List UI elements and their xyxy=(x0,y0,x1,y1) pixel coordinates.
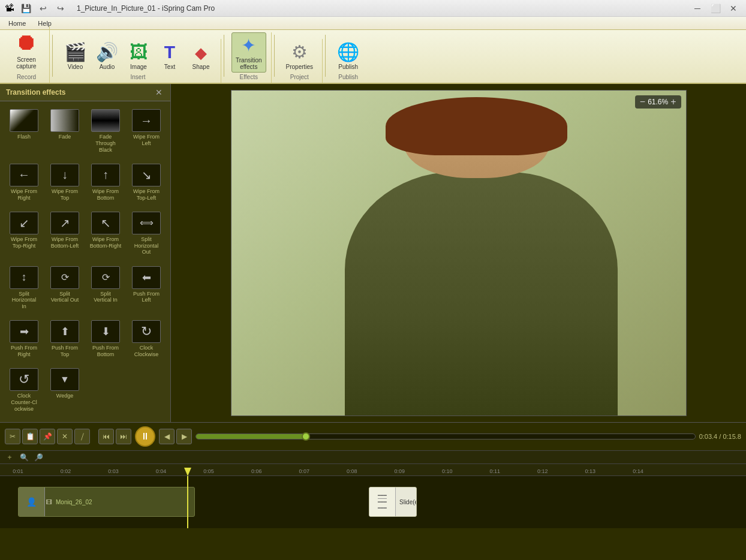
shape-btn[interactable]: ◆ Shape xyxy=(186,41,216,73)
text-label: Text xyxy=(164,64,175,70)
tl-add-btn[interactable]: + xyxy=(4,452,16,463)
title-bar: 📽 💾 ↩ ↪ 1_Picture_In_Picture_01 - iSprin… xyxy=(0,0,746,17)
effect-wipe-from-bottom-left[interactable]: Wipe FromBottom-Left xyxy=(46,209,84,261)
ribbon-group-publish: 🌐 Publish Publish xyxy=(328,39,368,83)
copy-btn[interactable]: 📋 xyxy=(22,429,38,444)
effect-wipe-from-left[interactable]: Wipe FromLeft xyxy=(127,106,166,158)
effect-split-vertical-in[interactable]: SplitVertical In xyxy=(86,263,125,315)
transport-nav: ⏮ ⏭ xyxy=(98,429,131,444)
effect-push-from-left[interactable]: Push FromLeft xyxy=(127,263,166,315)
publish-btn[interactable]: 🌐 Publish xyxy=(333,39,363,73)
effect-wipe-from-bottom[interactable]: Wipe FromBottom xyxy=(86,161,125,206)
effect-split-horizontal-in[interactable]: SplitHorizontalIn xyxy=(5,263,43,315)
clock-clockwise-label: ClockClockwise xyxy=(134,345,159,358)
publish-icon: 🌐 xyxy=(337,41,359,62)
effect-clock-counter-clockwise[interactable]: ClockCounter-Clockwise xyxy=(5,365,43,417)
effect-flash[interactable]: Flash xyxy=(5,106,43,158)
delete-btn[interactable]: ✕ xyxy=(57,429,73,444)
play-pause-btn[interactable]: ⏸ xyxy=(135,426,155,447)
zoom-in-btn[interactable]: + xyxy=(670,97,676,107)
person-hair xyxy=(386,97,567,156)
effect-clock-clockwise[interactable]: ClockClockwise xyxy=(127,317,166,363)
video-icon: 🎬 xyxy=(64,41,86,62)
ruler-8: 0:09 xyxy=(394,468,405,474)
close-btn[interactable]: ✕ xyxy=(726,3,741,14)
effect-wipe-from-top-right[interactable]: Wipe FromTop-Right xyxy=(5,209,43,261)
frame-nav: ◀ ▶ xyxy=(159,429,192,444)
edit-buttons: ✂ 📋 📌 ✕ ⧸ xyxy=(5,429,90,444)
clock-counter-clockwise-label: ClockCounter-Clockwise xyxy=(11,393,37,412)
ribbon-sep-2 xyxy=(224,35,224,77)
quick-undo-btn[interactable]: ↩ xyxy=(35,3,51,14)
effect-wipe-from-top[interactable]: Wipe FromTop xyxy=(46,161,84,206)
ruler-3: 0:04 xyxy=(156,468,167,474)
tl-zoom-in-btn[interactable]: 🔍 xyxy=(18,452,30,463)
transition-effects-icon: ✦ xyxy=(241,35,256,56)
wipe-from-top-left-label: Wipe FromTop-Left xyxy=(133,188,160,201)
content-row: Transition effects ✕ Flash Fade FadeThro… xyxy=(0,84,746,422)
transport-bar: ✂ 📋 📌 ✕ ⧸ ⏮ ⏭ ⏸ ◀ ▶ 0:03.4 / 0:15.8 xyxy=(0,422,746,450)
push-from-top-label: Push FromTop xyxy=(52,345,78,358)
paste-btn[interactable]: 📌 xyxy=(40,429,55,444)
screen-capture-btn[interactable]: ⏺ Screencapture xyxy=(8,26,44,73)
wipe-from-bottom-icon xyxy=(91,164,120,186)
timeline-ruler: 0:01 0:02 0:03 0:04 0:05 0:06 0:07 0:08 … xyxy=(0,464,746,476)
split-vertical-in-label: SplitVertical In xyxy=(94,291,118,304)
video-clip-moniq[interactable]: 👤 🎞 Moniq_26_02 xyxy=(18,487,195,517)
ruler-7: 0:08 xyxy=(347,468,357,474)
prev-frame-btn[interactable]: ◀ xyxy=(159,429,175,444)
split-btn[interactable]: ⧸ xyxy=(74,429,90,444)
go-start-btn[interactable]: ⏮ xyxy=(98,429,114,444)
ruler-13: 0:14 xyxy=(633,468,643,474)
split-vertical-out-label: SplitVertical Out xyxy=(51,291,79,304)
video-btn[interactable]: 🎬 Video xyxy=(60,39,91,73)
flash-label: Flash xyxy=(17,134,31,140)
quick-save-btn[interactable]: 💾 xyxy=(18,3,34,14)
zoom-out-btn[interactable]: − xyxy=(640,97,645,107)
panel-close-btn[interactable]: ✕ xyxy=(154,88,164,97)
image-btn[interactable]: 🖼 Image xyxy=(124,40,154,73)
preview-area: − 61.6% + xyxy=(171,84,746,422)
progress-bar[interactable] xyxy=(195,433,696,439)
video-label: Video xyxy=(68,64,83,70)
wipe-from-bottom-label: Wipe FromBottom xyxy=(92,188,119,201)
effect-fade-through-black[interactable]: FadeThroughBlack xyxy=(86,106,125,158)
image-label: Image xyxy=(130,64,147,70)
effect-split-horizontal-out[interactable]: SplitHorizontalOut xyxy=(127,209,166,261)
clock-counter-clockwise-icon xyxy=(10,368,38,391)
slide-clip-thumb: ━━━ ━━━ ━━━ xyxy=(369,487,396,516)
effect-wipe-from-bottom-right[interactable]: Wipe FromBottom-Right xyxy=(86,209,125,261)
go-end-btn[interactable]: ⏭ xyxy=(116,429,131,444)
ribbon-group-insert: 🎬 Video 🔊 Audio 🖼 Image T Text ◆ Shape I… xyxy=(55,39,221,83)
tl-zoom-out-btn[interactable]: 🔎 xyxy=(32,452,44,463)
fade-label: Fade xyxy=(59,134,71,140)
effect-wipe-from-top-left[interactable]: Wipe FromTop-Left xyxy=(127,161,166,206)
ruler-12: 0:13 xyxy=(585,468,596,474)
slide-clip[interactable]: ━━━ ━━━ ━━━ Slide(en) xyxy=(369,487,417,517)
text-btn[interactable]: T Text xyxy=(155,40,185,73)
timeline-tracks: 👤 🎞 Moniq_26_02 ━━━ ━━━ ━━━ Slide(en) xyxy=(0,476,746,528)
quick-redo-btn[interactable]: ↪ xyxy=(53,3,68,14)
screen-capture-icon: ⏺ xyxy=(15,29,38,55)
effect-push-from-bottom[interactable]: Push FromBottom xyxy=(86,317,125,363)
transition-effects-btn[interactable]: ✦ Transitioneffects xyxy=(231,32,266,73)
effect-split-vertical-out[interactable]: SplitVertical Out xyxy=(46,263,84,315)
effect-wipe-from-right[interactable]: Wipe FromRight xyxy=(5,161,43,206)
fade-through-black-icon xyxy=(91,109,120,132)
wipe-from-bottom-right-icon xyxy=(91,212,120,234)
effect-push-from-top[interactable]: Push FromTop xyxy=(46,317,84,363)
next-frame-btn[interactable]: ▶ xyxy=(176,429,192,444)
minimize-btn[interactable]: ─ xyxy=(690,3,705,14)
effect-fade[interactable]: Fade xyxy=(46,106,84,158)
effect-push-from-right[interactable]: Push FromRight xyxy=(5,317,43,363)
wipe-from-top-label: Wipe FromTop xyxy=(52,188,78,201)
restore-btn[interactable]: ⬜ xyxy=(708,3,723,14)
effect-wedge[interactable]: Wedge xyxy=(46,365,84,417)
ruler-0: 0:01 xyxy=(13,468,23,474)
cut-btn[interactable]: ✂ xyxy=(5,429,20,444)
clock-clockwise-icon xyxy=(132,320,161,343)
audio-btn[interactable]: 🔊 Audio xyxy=(92,39,122,73)
audio-label: Audio xyxy=(100,64,115,70)
fade-icon xyxy=(50,109,79,132)
properties-btn[interactable]: ⚙ Properties xyxy=(282,39,318,73)
